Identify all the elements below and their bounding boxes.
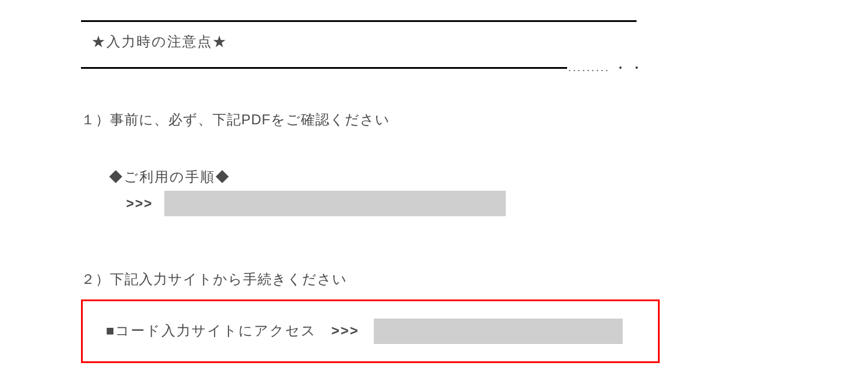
section-2: ２）下記入力サイトから手続きください ■コード入力サイトにアクセス >>>: [81, 268, 868, 362]
usage-procedure-label: ◆ご利用の手順◆: [109, 166, 868, 188]
usage-procedure-link-row: >>>: [109, 191, 868, 216]
redacted-link-2: [374, 319, 623, 344]
section-1-sub: ◆ご利用の手順◆ >>>: [81, 166, 868, 216]
arrow-icon: >>>: [126, 193, 153, 214]
divider-bottom-wrap: ......... ・・: [81, 58, 637, 77]
arrow-icon: >>>: [332, 320, 359, 342]
redacted-link-1: [164, 191, 506, 216]
divider-trail-dots: ・・: [610, 58, 647, 77]
divider-bottom: [81, 67, 567, 69]
divider-trail-small: .........: [567, 60, 610, 76]
notice-heading: ★入力時の注意点★: [81, 22, 868, 58]
section-2-label: ２）下記入力サイトから手続きください: [81, 268, 868, 290]
document-page: ★入力時の注意点★ ......... ・・ １）事前に、必ず、下記PDFをご確…: [0, 20, 868, 370]
highlight-frame: ■コード入力サイトにアクセス >>>: [81, 299, 660, 363]
section-1: １）事前に、必ず、下記PDFをご確認ください ◆ご利用の手順◆ >>>: [81, 109, 868, 216]
section-1-label: １）事前に、必ず、下記PDFをご確認ください: [81, 109, 868, 131]
code-site-label: ■コード入力サイトにアクセス: [106, 320, 317, 342]
